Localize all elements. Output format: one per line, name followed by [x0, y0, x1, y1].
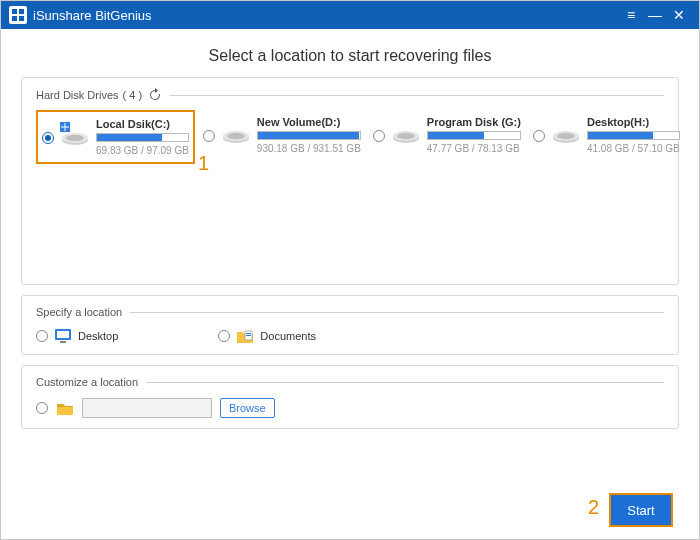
- start-button[interactable]: Start: [609, 493, 673, 527]
- drive-size: 41.08 GB / 57.10 GB: [587, 143, 680, 154]
- drive-usage-bar: [427, 131, 521, 140]
- drive-name: Program Disk (G:): [427, 116, 521, 128]
- drive-icon: [60, 122, 90, 152]
- drive-name: Desktop(H:): [587, 116, 680, 128]
- footer: 2 Start: [21, 493, 679, 527]
- drive-size: 69.83 GB / 97.09 GB: [96, 145, 189, 156]
- drive-info: Program Disk (G:)47.77 GB / 78.13 GB: [427, 116, 521, 154]
- location-desktop[interactable]: Desktop: [36, 328, 118, 344]
- annotation-1: 1: [198, 152, 209, 175]
- drive-usage-bar: [587, 131, 680, 140]
- drive-item[interactable]: Desktop(H:)41.08 GB / 57.10 GB: [529, 110, 684, 164]
- drive-radio[interactable]: [533, 130, 545, 142]
- svg-rect-0: [12, 9, 17, 14]
- location-documents-label: Documents: [260, 330, 316, 342]
- drive-icon: [221, 120, 251, 150]
- drive-info: Desktop(H:)41.08 GB / 57.10 GB: [587, 116, 680, 154]
- app-window: iSunshare BitGenius ≡ — ✕ Select a locat…: [0, 0, 700, 540]
- radio-desktop[interactable]: [36, 330, 48, 342]
- svg-rect-2: [12, 16, 17, 21]
- customize-panel: Customize a location Browse: [21, 365, 679, 429]
- svg-point-13: [397, 133, 415, 139]
- drive-size: 930.18 GB / 931.51 GB: [257, 143, 361, 154]
- svg-point-10: [227, 133, 245, 139]
- radio-documents[interactable]: [218, 330, 230, 342]
- svg-rect-18: [57, 331, 69, 338]
- drives-count: ( 4 ): [123, 89, 143, 101]
- drive-icon: [391, 120, 421, 150]
- customize-section-label: Customize a location: [36, 376, 138, 388]
- svg-point-7: [66, 135, 84, 141]
- svg-rect-22: [246, 335, 251, 336]
- folder-icon: [56, 401, 74, 415]
- close-button[interactable]: ✕: [667, 7, 691, 23]
- app-title: iSunshare BitGenius: [33, 8, 152, 23]
- page-title: Select a location to start recovering fi…: [21, 47, 679, 65]
- svg-rect-1: [19, 9, 24, 14]
- drives-section-header: Hard Disk Drives ( 4 ): [36, 88, 664, 102]
- drive-size: 47.77 GB / 78.13 GB: [427, 143, 521, 154]
- documents-icon: [236, 329, 254, 343]
- drive-item[interactable]: New Volume(D:)930.18 GB / 931.51 GB: [199, 110, 365, 164]
- svg-rect-19: [60, 341, 66, 343]
- content-area: Select a location to start recovering fi…: [1, 29, 699, 539]
- drive-info: New Volume(D:)930.18 GB / 931.51 GB: [257, 116, 361, 154]
- svg-rect-3: [19, 16, 24, 21]
- desktop-icon: [54, 328, 72, 344]
- drive-info: Local Dsik(C:)69.83 GB / 97.09 GB: [96, 118, 189, 156]
- specify-panel: Specify a location Desktop Documents: [21, 295, 679, 355]
- browse-button[interactable]: Browse: [220, 398, 275, 418]
- svg-point-16: [557, 133, 575, 139]
- drive-item[interactable]: Program Disk (G:)47.77 GB / 78.13 GB: [369, 110, 525, 164]
- location-desktop-label: Desktop: [78, 330, 118, 342]
- menu-icon[interactable]: ≡: [619, 7, 643, 23]
- drive-name: New Volume(D:): [257, 116, 361, 128]
- location-documents[interactable]: Documents: [218, 328, 316, 344]
- drive-icon: [551, 120, 581, 150]
- drive-name: Local Dsik(C:): [96, 118, 189, 130]
- drive-radio[interactable]: [42, 132, 54, 144]
- drive-radio[interactable]: [203, 130, 215, 142]
- custom-path-input[interactable]: [82, 398, 212, 418]
- titlebar: iSunshare BitGenius ≡ — ✕: [1, 1, 699, 29]
- radio-custom[interactable]: [36, 402, 48, 414]
- customize-section-header: Customize a location: [36, 376, 664, 388]
- drive-usage-bar: [96, 133, 189, 142]
- drives-section-label: Hard Disk Drives: [36, 89, 119, 101]
- drives-panel: Hard Disk Drives ( 4 ) Local Dsik(C:)69.…: [21, 77, 679, 285]
- specify-section-label: Specify a location: [36, 306, 122, 318]
- drive-usage-bar: [257, 131, 361, 140]
- minimize-button[interactable]: —: [643, 7, 667, 23]
- drives-row: Local Dsik(C:)69.83 GB / 97.09 GBNew Vol…: [36, 110, 664, 164]
- app-logo-icon: [9, 6, 27, 24]
- annotation-2: 2: [588, 496, 599, 519]
- svg-rect-21: [246, 333, 251, 334]
- refresh-icon[interactable]: [148, 88, 162, 102]
- drive-item[interactable]: Local Dsik(C:)69.83 GB / 97.09 GB: [36, 110, 195, 164]
- specify-section-header: Specify a location: [36, 306, 664, 318]
- drive-radio[interactable]: [373, 130, 385, 142]
